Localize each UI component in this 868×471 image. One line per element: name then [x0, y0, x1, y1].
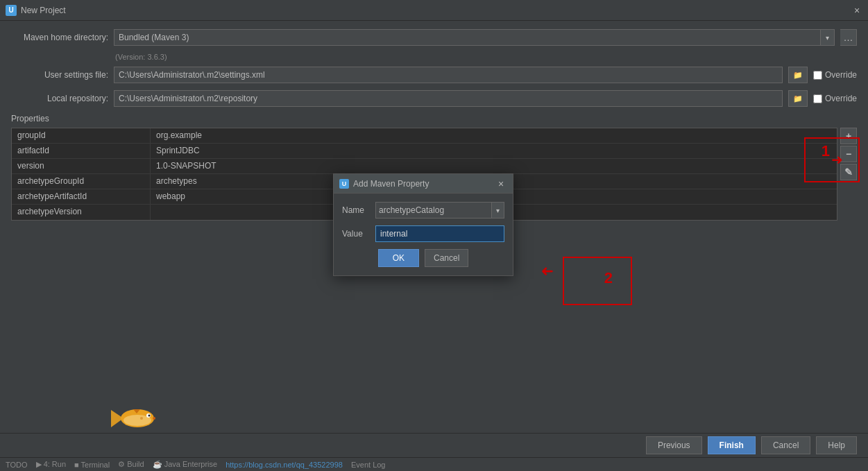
prop-key-2: version — [12, 159, 151, 173]
status-build[interactable]: ⚙ Build — [118, 460, 144, 469]
prop-key-0: groupId — [12, 128, 151, 143]
dialog-title-left: U Add Maven Property — [339, 179, 429, 189]
dialog-value-input[interactable] — [375, 225, 504, 242]
window-title: New Project — [21, 6, 66, 15]
dialog-name-select-wrap: ▾ — [375, 202, 504, 219]
user-settings-override-checkbox[interactable] — [813, 71, 822, 80]
prop-val-2: 1.0-SNAPSHOT — [151, 159, 837, 173]
prop-key-5: archetypeVersion — [12, 205, 151, 220]
bottom-cancel-btn[interactable]: Cancel — [761, 436, 810, 454]
add-maven-property-dialog: U Add Maven Property × Name ▾ Value OK C… — [333, 173, 513, 276]
user-settings-row: User settings file: 📁 Override — [11, 67, 857, 83]
status-java-enterprise[interactable]: ☕ Java Enterprise — [153, 460, 217, 469]
title-bar-left: U New Project — [6, 5, 66, 16]
fish-logo — [111, 406, 160, 433]
dialog-close-btn[interactable]: × — [495, 178, 507, 190]
dialog-name-label: Name — [342, 205, 370, 215]
svg-point-4 — [148, 415, 151, 417]
local-repo-override-checkbox[interactable] — [813, 94, 822, 103]
dialog-buttons: OK Cancel — [342, 249, 504, 267]
dialog-icon: U — [339, 179, 349, 189]
title-bar: U New Project × — [0, 0, 868, 21]
maven-home-label: Maven home directory: — [11, 33, 108, 42]
table-row: artifactId SprintJDBC — [12, 144, 837, 159]
local-repo-override-label[interactable]: Override — [813, 94, 857, 103]
dialog-cancel-btn[interactable]: Cancel — [425, 249, 468, 267]
status-event-log[interactable]: Event Log — [351, 461, 386, 469]
maven-home-dropdown-btn[interactable]: ▾ — [821, 29, 835, 46]
dialog-title-text: Add Maven Property — [353, 179, 429, 189]
status-terminal[interactable]: ■ Terminal — [74, 461, 110, 469]
maven-version-text: (Version: 3.6.3) — [115, 53, 857, 61]
prop-actions: + − ✎ — [840, 128, 857, 221]
prop-key-4: archetypeArtifactId — [12, 189, 151, 204]
local-repo-browse-btn[interactable]: 📁 — [788, 90, 808, 107]
bottom-bar: Previous Finish Cancel Help — [0, 433, 868, 457]
remove-property-btn[interactable]: − — [840, 146, 857, 162]
maven-home-input[interactable] — [114, 29, 821, 46]
dialog-name-input[interactable] — [375, 202, 492, 219]
svg-point-5 — [153, 417, 155, 420]
prop-val-0: org.example — [151, 128, 837, 143]
status-run[interactable]: ▶ 4: Run — [36, 460, 66, 469]
svg-point-7 — [140, 417, 143, 420]
help-btn[interactable]: Help — [816, 436, 857, 454]
dialog-value-label: Value — [342, 229, 370, 239]
edit-property-btn[interactable]: ✎ — [840, 164, 857, 180]
dialog-title-bar: U Add Maven Property × — [334, 174, 513, 194]
close-icon[interactable]: × — [851, 5, 862, 16]
local-repo-label: Local repository: — [11, 94, 108, 103]
local-repo-row: Local repository: 📁 Override — [11, 90, 857, 107]
table-row: groupId org.example — [12, 128, 837, 144]
previous-btn[interactable]: Previous — [646, 436, 702, 454]
user-settings-override-text: Override — [825, 70, 857, 80]
status-bar: TODO ▶ 4: Run ■ Terminal ⚙ Build ☕ Java … — [0, 457, 868, 471]
user-settings-browse-btn[interactable]: 📁 — [788, 67, 808, 83]
dialog-ok-btn[interactable]: OK — [378, 249, 419, 267]
prop-key-3: archetypeGroupId — [12, 174, 151, 189]
local-repo-input[interactable] — [114, 90, 783, 107]
user-settings-override-label[interactable]: Override — [813, 70, 857, 80]
status-csdn-link[interactable]: https://blog.csdn.net/qq_43522998 — [225, 461, 343, 469]
dialog-name-field: Name ▾ — [342, 202, 504, 219]
status-todo[interactable]: TODO — [6, 461, 28, 469]
dialog-value-field: Value — [342, 225, 504, 242]
user-settings-input[interactable] — [114, 67, 783, 83]
dialog-body: Name ▾ Value OK Cancel — [334, 194, 513, 275]
maven-home-input-group: ▾ — [114, 29, 835, 46]
user-settings-label: User settings file: — [11, 70, 108, 80]
properties-header: Properties — [11, 114, 857, 123]
fish-svg — [111, 406, 160, 431]
app-icon: U — [6, 5, 17, 16]
prop-key-1: artifactId — [12, 144, 151, 158]
dialog-name-dropdown-btn[interactable]: ▾ — [492, 202, 504, 219]
add-property-btn[interactable]: + — [840, 128, 857, 144]
finish-btn[interactable]: Finish — [708, 436, 756, 454]
maven-home-row: Maven home directory: ▾ … — [11, 29, 857, 46]
table-row: version 1.0-SNAPSHOT — [12, 159, 837, 174]
local-repo-override-text: Override — [825, 94, 857, 103]
prop-val-1: SprintJDBC — [151, 144, 837, 158]
maven-home-more-btn[interactable]: … — [840, 29, 857, 46]
